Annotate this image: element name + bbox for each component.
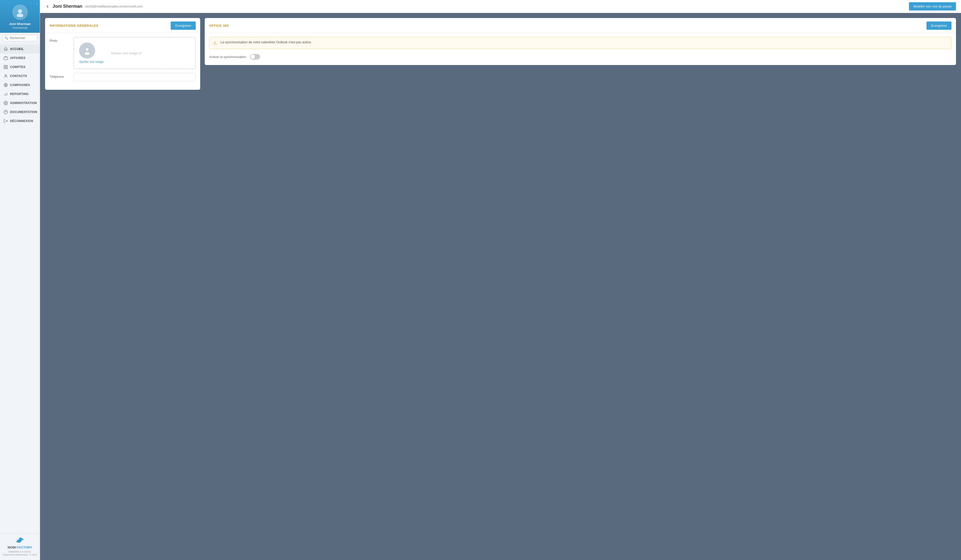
search-icon: 🔍 xyxy=(5,36,8,40)
svg-rect-5 xyxy=(4,67,5,69)
office-save-button[interactable]: Enregistrer xyxy=(926,21,951,30)
office-card: OFFICE 365 Enregistrer ⚠ La synchronisat… xyxy=(205,18,956,65)
person-icon xyxy=(3,74,8,78)
logout-icon xyxy=(3,119,8,123)
topbar: Joni Sherman JoniS@mobifactorydev.onmicr… xyxy=(40,0,961,13)
svg-point-11 xyxy=(5,103,6,104)
sidebar-item-campagnes[interactable]: CAMPAGNES xyxy=(0,80,40,90)
sidebar-item-comptes[interactable]: COMPTES xyxy=(0,63,40,72)
user-email: JoniS@mobifactorydev.onmicrosoft.com xyxy=(85,5,143,8)
avatar xyxy=(12,5,28,20)
office-alert-text: La synchronisation de votre calendrier O… xyxy=(220,40,312,44)
sidebar-username: Joni Sherman xyxy=(9,22,31,26)
sidebar-item-label-contacts: CONTACTS xyxy=(10,74,27,78)
sidebar-search-section: 🔍 xyxy=(0,33,40,43)
svg-rect-2 xyxy=(4,57,8,60)
info-card-header: INFORMATIONS GÉNÉRALES Enregistrer xyxy=(45,18,200,32)
sidebar-item-administration[interactable]: ADMINISTRATION xyxy=(0,99,40,108)
sidebar-item-documentation[interactable]: DOCUMENTATION xyxy=(0,108,40,117)
logo-factory-text: FACTORY xyxy=(17,546,32,549)
sidebar-item-reporting[interactable]: REPORTING xyxy=(0,90,40,99)
sidebar-footer: MOBIFACTORY MobiCRM v1.0 r32311 Powered … xyxy=(0,533,40,560)
phone-label: Téléphone xyxy=(50,73,69,79)
sidebar-avatar-section: Joni Sherman Commercial xyxy=(0,0,40,33)
office-card-body: ⚠ La synchronisation de votre calendrier… xyxy=(205,32,956,65)
sidebar-item-label-accueil: ACCUEIL xyxy=(10,47,24,51)
grid-icon xyxy=(3,65,8,69)
sidebar: « Joni Sherman Commercial 🔍 ACCUEIL xyxy=(0,0,40,560)
svg-point-10 xyxy=(5,85,6,85)
svg-rect-6 xyxy=(6,67,8,69)
sidebar-item-label-reporting: REPORTING xyxy=(10,92,29,96)
add-image-link[interactable]: Ajouter une image xyxy=(79,60,103,64)
info-save-button[interactable]: Enregistrer xyxy=(171,21,196,30)
sidebar-item-label-comptes: COMPTES xyxy=(10,65,25,69)
change-password-button[interactable]: Modifier son mot de passe xyxy=(909,2,956,11)
gear-icon xyxy=(3,101,8,105)
sidebar-item-label-documentation: DOCUMENTATION xyxy=(10,110,37,114)
sidebar-item-accueil[interactable]: ACCUEIL xyxy=(0,45,40,53)
office-card-header: OFFICE 365 Enregistrer xyxy=(205,18,956,32)
svg-point-13 xyxy=(85,48,89,51)
photo-upload-box[interactable]: Ajouter une image Glissez une image ici xyxy=(74,37,196,69)
sidebar-item-contacts[interactable]: CONTACTS xyxy=(0,72,40,80)
sidebar-collapse-button[interactable]: « xyxy=(36,2,38,6)
svg-rect-3 xyxy=(4,65,5,67)
sidebar-item-affaires[interactable]: AFFAIRES xyxy=(0,53,40,63)
target-icon xyxy=(3,83,8,87)
svg-point-7 xyxy=(5,75,6,76)
info-card-body: Photo Ajouter une image Glissez une xyxy=(45,32,200,90)
svg-point-0 xyxy=(18,9,22,13)
briefcase-icon xyxy=(3,56,8,60)
home-icon xyxy=(3,47,8,51)
sync-label: Activer la synchronisation xyxy=(209,55,246,59)
photo-avatar-placeholder: Ajouter une image xyxy=(79,43,103,64)
logo-bird-icon xyxy=(16,537,24,545)
office-card-title: OFFICE 365 xyxy=(209,24,229,27)
phone-input[interactable] xyxy=(74,73,196,81)
svg-rect-4 xyxy=(6,65,8,67)
info-card: INFORMATIONS GÉNÉRALES Enregistrer Photo xyxy=(45,18,200,90)
sync-row: Activer la synchronisation xyxy=(209,53,951,61)
sidebar-item-label-deconnexion: DÉCONNEXION xyxy=(10,119,33,123)
content-area: INFORMATIONS GÉNÉRALES Enregistrer Photo xyxy=(40,13,961,560)
info-card-title: INFORMATIONS GÉNÉRALES xyxy=(50,24,98,27)
sidebar-item-label-campagnes: CAMPAGNES xyxy=(10,83,30,87)
question-icon xyxy=(3,110,8,114)
sync-toggle[interactable] xyxy=(250,54,260,59)
nav-menu: ACCUEIL AFFAIRES COMPTES CONTACTS xyxy=(0,43,40,533)
back-button[interactable] xyxy=(45,4,50,9)
toggle-knob xyxy=(251,55,255,59)
main-content: Joni Sherman JoniS@mobifactorydev.onmicr… xyxy=(40,0,961,560)
bar-chart-icon xyxy=(3,92,8,96)
phone-row: Téléphone xyxy=(50,73,196,81)
svg-point-14 xyxy=(84,52,90,55)
photo-drop-text: Glissez une image ici xyxy=(111,51,141,55)
page-title: Joni Sherman xyxy=(53,4,82,9)
svg-point-1 xyxy=(17,13,23,17)
alert-warning-icon: ⚠ xyxy=(213,40,218,46)
sidebar-role: Commercial xyxy=(13,26,27,29)
sidebar-footer-version: MobiCRM v1.0 r32311 Powered by MobiFacto… xyxy=(3,550,37,557)
photo-label: Photo xyxy=(50,37,69,43)
office-alert: ⚠ La synchronisation de votre calendrier… xyxy=(209,37,951,49)
logo-mobi-text: MOBI xyxy=(8,546,16,549)
mobifactory-logo: MOBIFACTORY xyxy=(8,546,32,549)
sidebar-item-deconnexion[interactable]: DÉCONNEXION xyxy=(0,117,40,125)
sidebar-item-label-affaires: AFFAIRES xyxy=(10,56,26,60)
sidebar-item-label-administration: ADMINISTRATION xyxy=(10,101,37,105)
photo-row: Photo Ajouter une image Glissez une xyxy=(50,37,196,69)
